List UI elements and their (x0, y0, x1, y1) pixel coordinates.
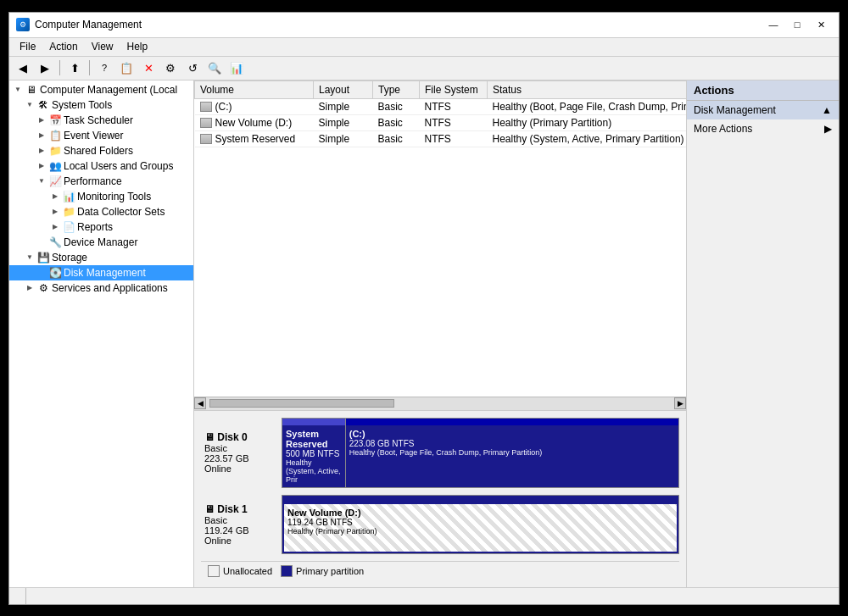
table-row[interactable]: System Reserved Simple Basic NTFS Health… (195, 130, 687, 147)
menu-help[interactable]: Help (120, 39, 155, 54)
disk-1-status: Online (204, 536, 278, 546)
disk-management-icon: 💽 (48, 267, 62, 279)
legend-unallocated-box (208, 565, 220, 577)
status-bar (9, 587, 839, 604)
disk-legend: Unallocated Primary partition (201, 561, 679, 580)
table-scrollbar[interactable]: ◀ ▶ (194, 397, 686, 410)
col-filesystem[interactable]: File System (420, 80, 488, 98)
col-status[interactable]: Status (488, 80, 687, 98)
content-area: Volume Layout Type File System Status Ca… (194, 80, 686, 587)
toolbar-chart[interactable]: 📊 (226, 58, 247, 77)
task-scheduler-icon: 📅 (48, 114, 62, 126)
partition-c-name: (C:) (349, 429, 675, 439)
sidebar-label-event-viewer: Event Viewer (64, 130, 123, 142)
sidebar-item-reports[interactable]: ▶ 📄 Reports (9, 219, 193, 235)
sidebar-item-event-viewer[interactable]: ▶ 📋 Event Viewer (9, 128, 193, 143)
table-row[interactable]: (C:) Simple Basic NTFS Healthy (Boot, Pa… (195, 98, 687, 114)
cell-type: Basic (373, 130, 420, 147)
sidebar-item-local-users-groups[interactable]: ▶ 👥 Local Users and Groups (9, 158, 193, 174)
toolbar-sep-2 (89, 60, 90, 75)
toolbar-refresh[interactable]: ↺ (182, 58, 203, 77)
partition-c-drive[interactable]: (C:) 223.08 GB NTFS Healthy (Boot, Page … (346, 419, 678, 487)
disk-1-name: 🖥 Disk 1 (204, 503, 278, 515)
menu-view[interactable]: View (85, 39, 120, 54)
partition-sysres-name: System Reserved (286, 429, 342, 449)
device-manager-icon: 🔧 (48, 236, 62, 248)
sidebar-item-data-collector-sets[interactable]: ▶ 📁 Data Collector Sets (9, 204, 193, 219)
cell-layout: Simple (314, 114, 373, 130)
app-icon: ⚙ (16, 18, 30, 31)
sidebar-label-storage: Storage (52, 252, 87, 264)
partition-system-reserved[interactable]: System Reserved 500 MB NTFS Healthy (Sys… (282, 419, 346, 487)
scroll-right-btn[interactable]: ▶ (674, 397, 686, 409)
toolbar-up[interactable]: ⬆ (64, 58, 85, 77)
monitoring-tools-icon: 📊 (62, 191, 75, 203)
partition-d-drive[interactable]: New Volume (D:) 119.24 GB NTFS Healthy (… (282, 496, 678, 553)
col-layout[interactable]: Layout (314, 80, 373, 98)
sidebar-label-data-collector-sets: Data Collector Sets (77, 206, 165, 218)
sidebar-item-task-scheduler[interactable]: ▶ 📅 Task Scheduler (9, 113, 193, 128)
disk-1-partitions: New Volume (D:) 119.24 GB NTFS Healthy (… (282, 495, 679, 554)
sidebar-item-system-tools[interactable]: ▼ 🛠 System Tools (9, 97, 193, 113)
cell-volume: (C:) (195, 98, 314, 114)
maximize-button[interactable]: □ (786, 16, 808, 33)
close-button[interactable]: ✕ (810, 16, 832, 33)
scroll-track[interactable] (209, 399, 671, 408)
col-volume[interactable]: Volume (195, 80, 314, 98)
partition-c-size: 223.08 GB NTFS (349, 439, 675, 448)
right-panel: Actions Disk Management ▲ More Actions ▶ (686, 80, 839, 587)
minimize-button[interactable]: — (762, 16, 784, 33)
menu-file[interactable]: File (13, 39, 42, 54)
scroll-left-btn[interactable]: ◀ (194, 397, 206, 409)
cell-volume: System Reserved (195, 130, 314, 147)
toolbar-forward[interactable]: ▶ (35, 58, 55, 77)
actions-disk-management[interactable]: Disk Management ▲ (687, 101, 839, 119)
local-users-icon: 👥 (48, 160, 62, 172)
actions-more-actions[interactable]: More Actions ▶ (687, 119, 839, 138)
disk-0-info: 🖥 Disk 0 Basic 223.57 GB Online (201, 418, 282, 488)
sidebar-label-shared-folders: Shared Folders (64, 145, 133, 157)
cell-fs: NTFS (420, 98, 488, 114)
scroll-thumb (209, 399, 394, 408)
menu-action[interactable]: Action (42, 39, 84, 54)
expand-icon: ▼ (23, 251, 36, 264)
actions-disk-management-label: Disk Management (694, 104, 776, 116)
toolbar-search[interactable]: 🔍 (204, 58, 225, 77)
sidebar-item-device-manager[interactable]: ▶ 🔧 Device Manager (9, 235, 193, 250)
sidebar-item-performance[interactable]: ▼ 📈 Performance (9, 174, 193, 189)
toolbar-back[interactable]: ◀ (13, 58, 33, 77)
legend-unallocated: Unallocated (208, 565, 272, 577)
event-viewer-icon: 📋 (48, 130, 62, 142)
sidebar-item-services-applications[interactable]: ▶ ⚙ Services and Applications (9, 280, 193, 296)
title-controls: — □ ✕ (762, 16, 832, 33)
actions-header: Actions (687, 80, 839, 101)
volume-table: Volume Layout Type File System Status Ca… (194, 80, 686, 147)
toolbar-copy[interactable]: 📋 (116, 58, 137, 77)
actions-collapse-icon: ▲ (822, 104, 832, 116)
toolbar-help[interactable]: ? (94, 58, 114, 77)
legend-primary-label: Primary partition (296, 566, 364, 576)
expand-icon: ▶ (48, 220, 62, 234)
sidebar-item-storage[interactable]: ▼ 💾 Storage (9, 250, 193, 265)
disk-visual-area: 🖥 Disk 0 Basic 223.57 GB Online System R… (194, 410, 686, 587)
expand-icon: ▶ (48, 190, 62, 203)
sidebar-label-local-users-groups: Local Users and Groups (64, 160, 173, 172)
cell-status: Healthy (Boot, Page File, Crash Dump, Pr… (488, 98, 687, 114)
window-title: Computer Management (35, 19, 142, 31)
title-bar: ⚙ Computer Management — □ ✕ (9, 13, 839, 38)
cell-status: Healthy (System, Active, Primary Partiti… (488, 130, 687, 147)
sidebar-item-disk-management[interactable]: ▶ 💽 Disk Management (9, 265, 193, 280)
sidebar-label-system-tools: System Tools (52, 99, 112, 111)
toolbar: ◀ ▶ ⬆ ? 📋 ✕ ⚙ ↺ 🔍 📊 (9, 57, 839, 80)
actions-more-label: More Actions (694, 123, 752, 135)
sidebar-item-monitoring-tools[interactable]: ▶ 📊 Monitoring Tools (9, 189, 193, 204)
performance-icon: 📈 (48, 175, 62, 187)
expand-icon: ▶ (35, 159, 48, 173)
sidebar-item-computer-management[interactable]: ▼ 🖥 Computer Management (Local (9, 82, 193, 97)
sidebar-item-shared-folders[interactable]: ▶ 📁 Shared Folders (9, 143, 193, 158)
disk-table-area[interactable]: Volume Layout Type File System Status Ca… (194, 80, 686, 397)
col-type[interactable]: Type (373, 80, 420, 98)
toolbar-properties[interactable]: ⚙ (160, 58, 181, 77)
toolbar-delete[interactable]: ✕ (138, 58, 159, 77)
table-row[interactable]: New Volume (D:) Simple Basic NTFS Health… (195, 114, 687, 130)
